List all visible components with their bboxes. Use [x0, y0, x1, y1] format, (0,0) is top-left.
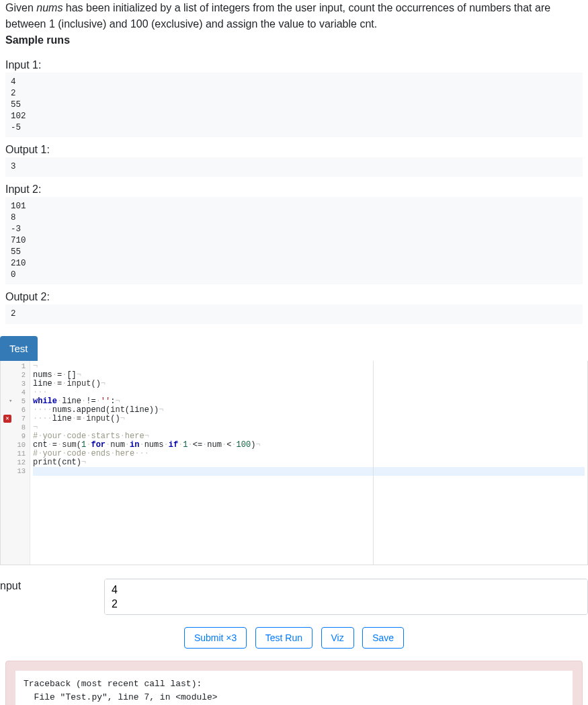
problem-rest: has been initialized by a list of intege… [5, 2, 550, 30]
test-run-button[interactable]: Test Run [255, 627, 312, 649]
output1-label: Output 1: [5, 144, 583, 156]
editor-code[interactable]: ¬nums·=·[]¬line·=·input()¬···while·line·… [30, 361, 587, 565]
output1-block: 3 [5, 157, 583, 177]
button-row: Submit ×3 Test Run Viz Save [5, 627, 583, 649]
sample-runs-label: Sample runs [5, 34, 70, 46]
output2-label: Output 2: [5, 291, 583, 303]
tab-test[interactable]: Test [0, 336, 38, 361]
input2-label: Input 2: [5, 183, 583, 196]
editor-split-divider[interactable] [373, 361, 374, 565]
stdin-input[interactable]: 4 2 [104, 579, 588, 615]
error-output: Traceback (most recent call last): File … [15, 671, 573, 705]
submit-button[interactable]: Submit ×3 [184, 627, 247, 649]
code-editor[interactable]: 12345▾678910111213 ¬nums·=·[]¬line·=·inp… [0, 361, 588, 565]
editor-gutter: 12345▾678910111213 [11, 361, 30, 565]
viz-button[interactable]: Viz [321, 627, 354, 649]
stdin-label: nput [0, 579, 104, 592]
output2-block: 2 [5, 304, 583, 324]
save-button[interactable]: Save [362, 627, 404, 649]
input2-block: 101 8 -3 710 55 210 0 [5, 197, 583, 284]
problem-prefix: Given [5, 2, 36, 13]
input1-block: 4 2 55 102 -5 [5, 73, 583, 137]
error-panel: Traceback (most recent call last): File … [5, 661, 583, 705]
input1-label: Input 1: [5, 59, 583, 71]
problem-varname: nums [36, 2, 62, 13]
problem-description: Given nums has been initialized by a lis… [5, 0, 583, 48]
